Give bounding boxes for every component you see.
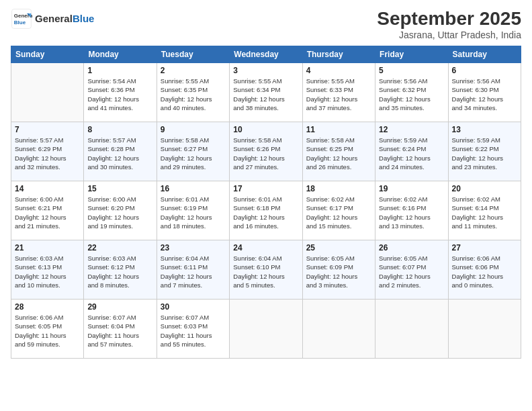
day-number: 22 bbox=[87, 243, 152, 253]
day-info: Sunrise: 6:02 AM Sunset: 6:17 PM Dayligh… bbox=[306, 195, 371, 230]
table-row bbox=[448, 300, 521, 359]
day-number: 27 bbox=[452, 243, 517, 253]
table-row: 9Sunrise: 5:58 AM Sunset: 6:27 PM Daylig… bbox=[157, 122, 229, 181]
day-info: Sunrise: 6:00 AM Sunset: 6:21 PM Dayligh… bbox=[15, 195, 80, 230]
calendar-table: Sunday Monday Tuesday Wednesday Thursday… bbox=[11, 46, 521, 359]
table-row bbox=[375, 300, 448, 359]
table-row: 23Sunrise: 6:04 AM Sunset: 6:11 PM Dayli… bbox=[157, 240, 229, 300]
table-row: 3Sunrise: 5:55 AM Sunset: 6:34 PM Daylig… bbox=[230, 63, 302, 122]
day-number: 3 bbox=[233, 66, 298, 75]
table-row: 10Sunrise: 5:58 AM Sunset: 6:26 PM Dayli… bbox=[230, 122, 302, 181]
day-info: Sunrise: 6:04 AM Sunset: 6:11 PM Dayligh… bbox=[161, 254, 226, 289]
day-info: Sunrise: 6:04 AM Sunset: 6:10 PM Dayligh… bbox=[233, 254, 298, 289]
month-title: September 2025 bbox=[377, 8, 521, 30]
table-row: 11Sunrise: 5:58 AM Sunset: 6:25 PM Dayli… bbox=[302, 122, 375, 181]
table-row bbox=[302, 300, 375, 359]
col-friday: Friday bbox=[375, 46, 448, 63]
calendar-row: 28Sunrise: 6:06 AM Sunset: 6:05 PM Dayli… bbox=[11, 300, 521, 359]
day-info: Sunrise: 6:00 AM Sunset: 6:20 PM Dayligh… bbox=[87, 195, 152, 230]
table-row: 25Sunrise: 6:05 AM Sunset: 6:09 PM Dayli… bbox=[302, 240, 375, 300]
day-number: 5 bbox=[379, 66, 444, 75]
table-row: 21Sunrise: 6:03 AM Sunset: 6:13 PM Dayli… bbox=[11, 240, 84, 300]
day-info: Sunrise: 6:01 AM Sunset: 6:19 PM Dayligh… bbox=[161, 195, 226, 230]
day-number: 13 bbox=[452, 125, 517, 134]
calendar-row: 1Sunrise: 5:54 AM Sunset: 6:36 PM Daylig… bbox=[11, 63, 521, 122]
day-number: 15 bbox=[87, 184, 152, 193]
day-number: 16 bbox=[161, 184, 226, 193]
day-number: 9 bbox=[161, 125, 226, 134]
day-info: Sunrise: 6:06 AM Sunset: 6:05 PM Dayligh… bbox=[15, 313, 80, 349]
col-tuesday: Tuesday bbox=[157, 46, 229, 63]
logo: General Blue GeneralBlue bbox=[11, 8, 94, 30]
day-info: Sunrise: 5:58 AM Sunset: 6:25 PM Dayligh… bbox=[306, 136, 371, 171]
table-row: 5Sunrise: 5:56 AM Sunset: 6:32 PM Daylig… bbox=[375, 63, 448, 122]
day-info: Sunrise: 6:07 AM Sunset: 6:04 PM Dayligh… bbox=[87, 313, 152, 349]
day-info: Sunrise: 5:55 AM Sunset: 6:35 PM Dayligh… bbox=[161, 77, 226, 112]
day-number: 26 bbox=[379, 243, 444, 253]
calendar-row: 14Sunrise: 6:00 AM Sunset: 6:21 PM Dayli… bbox=[11, 181, 521, 240]
day-info: Sunrise: 6:01 AM Sunset: 6:18 PM Dayligh… bbox=[233, 195, 298, 230]
day-number: 8 bbox=[87, 125, 152, 134]
table-row: 4Sunrise: 5:55 AM Sunset: 6:33 PM Daylig… bbox=[302, 63, 375, 122]
header-row: Sunday Monday Tuesday Wednesday Thursday… bbox=[11, 46, 521, 63]
day-info: Sunrise: 5:58 AM Sunset: 6:27 PM Dayligh… bbox=[161, 136, 226, 171]
day-info: Sunrise: 6:03 AM Sunset: 6:13 PM Dayligh… bbox=[15, 254, 80, 289]
table-row: 6Sunrise: 5:56 AM Sunset: 6:30 PM Daylig… bbox=[448, 63, 521, 122]
day-info: Sunrise: 6:05 AM Sunset: 6:09 PM Dayligh… bbox=[306, 254, 371, 289]
table-row: 30Sunrise: 6:07 AM Sunset: 6:03 PM Dayli… bbox=[157, 300, 229, 359]
table-row: 24Sunrise: 6:04 AM Sunset: 6:10 PM Dayli… bbox=[230, 240, 302, 300]
day-info: Sunrise: 6:02 AM Sunset: 6:14 PM Dayligh… bbox=[452, 195, 517, 230]
day-number: 24 bbox=[233, 243, 298, 253]
location: Jasrana, Uttar Pradesh, India bbox=[377, 30, 521, 40]
day-info: Sunrise: 5:59 AM Sunset: 6:24 PM Dayligh… bbox=[379, 136, 444, 171]
day-number: 21 bbox=[15, 243, 80, 253]
day-number: 30 bbox=[161, 302, 226, 312]
day-info: Sunrise: 5:57 AM Sunset: 6:29 PM Dayligh… bbox=[15, 136, 80, 171]
table-row: 29Sunrise: 6:07 AM Sunset: 6:04 PM Dayli… bbox=[84, 300, 157, 359]
day-number: 17 bbox=[233, 184, 298, 193]
day-info: Sunrise: 6:03 AM Sunset: 6:12 PM Dayligh… bbox=[87, 254, 152, 289]
day-info: Sunrise: 5:58 AM Sunset: 6:26 PM Dayligh… bbox=[233, 136, 298, 171]
col-wednesday: Wednesday bbox=[230, 46, 302, 63]
day-info: Sunrise: 5:57 AM Sunset: 6:28 PM Dayligh… bbox=[87, 136, 152, 171]
day-number: 14 bbox=[15, 184, 80, 193]
logo-icon: General Blue bbox=[11, 8, 32, 30]
col-thursday: Thursday bbox=[302, 46, 375, 63]
table-row: 19Sunrise: 6:02 AM Sunset: 6:16 PM Dayli… bbox=[375, 181, 448, 240]
day-info: Sunrise: 5:55 AM Sunset: 6:33 PM Dayligh… bbox=[306, 77, 371, 112]
table-row: 8Sunrise: 5:57 AM Sunset: 6:28 PM Daylig… bbox=[84, 122, 157, 181]
logo-text: GeneralBlue bbox=[35, 13, 94, 25]
day-number: 7 bbox=[15, 125, 80, 134]
day-info: Sunrise: 6:02 AM Sunset: 6:16 PM Dayligh… bbox=[379, 195, 444, 230]
day-info: Sunrise: 6:05 AM Sunset: 6:07 PM Dayligh… bbox=[379, 254, 444, 289]
calendar-row: 7Sunrise: 5:57 AM Sunset: 6:29 PM Daylig… bbox=[11, 122, 521, 181]
day-number: 29 bbox=[87, 302, 152, 312]
day-number: 1 bbox=[87, 66, 152, 75]
table-row: 28Sunrise: 6:06 AM Sunset: 6:05 PM Dayli… bbox=[11, 300, 84, 359]
table-row: 27Sunrise: 6:06 AM Sunset: 6:06 PM Dayli… bbox=[448, 240, 521, 300]
col-sunday: Sunday bbox=[11, 46, 84, 63]
day-number: 23 bbox=[161, 243, 226, 253]
day-number: 2 bbox=[161, 66, 226, 75]
day-number: 20 bbox=[452, 184, 517, 193]
calendar-page: General Blue GeneralBlue September 2025 … bbox=[0, 0, 532, 411]
day-number: 6 bbox=[452, 66, 517, 75]
day-info: Sunrise: 6:06 AM Sunset: 6:06 PM Dayligh… bbox=[452, 254, 517, 289]
day-number: 18 bbox=[306, 184, 371, 193]
page-header: General Blue GeneralBlue September 2025 … bbox=[11, 8, 521, 40]
table-row: 16Sunrise: 6:01 AM Sunset: 6:19 PM Dayli… bbox=[157, 181, 229, 240]
day-info: Sunrise: 6:07 AM Sunset: 6:03 PM Dayligh… bbox=[161, 313, 226, 349]
day-number: 19 bbox=[379, 184, 444, 193]
day-number: 11 bbox=[306, 125, 371, 134]
table-row: 7Sunrise: 5:57 AM Sunset: 6:29 PM Daylig… bbox=[11, 122, 84, 181]
table-row: 22Sunrise: 6:03 AM Sunset: 6:12 PM Dayli… bbox=[84, 240, 157, 300]
col-saturday: Saturday bbox=[448, 46, 521, 63]
table-row: 26Sunrise: 6:05 AM Sunset: 6:07 PM Dayli… bbox=[375, 240, 448, 300]
table-row: 1Sunrise: 5:54 AM Sunset: 6:36 PM Daylig… bbox=[84, 63, 157, 122]
day-number: 25 bbox=[306, 243, 371, 253]
day-info: Sunrise: 5:56 AM Sunset: 6:30 PM Dayligh… bbox=[452, 77, 517, 112]
day-info: Sunrise: 5:56 AM Sunset: 6:32 PM Dayligh… bbox=[379, 77, 444, 112]
table-row: 18Sunrise: 6:02 AM Sunset: 6:17 PM Dayli… bbox=[302, 181, 375, 240]
calendar-row: 21Sunrise: 6:03 AM Sunset: 6:13 PM Dayli… bbox=[11, 240, 521, 300]
day-number: 10 bbox=[233, 125, 298, 134]
